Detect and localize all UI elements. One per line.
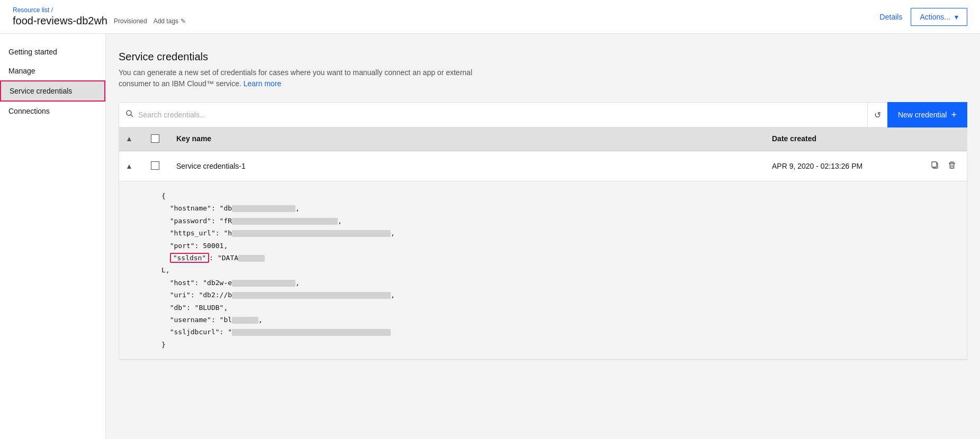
json-line: "uri": "db2://b , bbox=[161, 289, 954, 301]
expand-all-button[interactable]: ▲ bbox=[125, 134, 133, 143]
blurred-value bbox=[232, 218, 338, 225]
sidebar-item-manage[interactable]: Manage bbox=[0, 61, 105, 80]
svg-line-1 bbox=[131, 115, 133, 117]
search-container bbox=[119, 102, 867, 127]
table-row: ▲ Service credentials-1 APR 9, 2020 - 02… bbox=[119, 151, 967, 360]
svg-rect-3 bbox=[932, 162, 937, 167]
svg-point-0 bbox=[127, 111, 131, 115]
page-title: food-reviews-db2wh bbox=[13, 15, 107, 27]
sidebar-item-service-credentials[interactable]: Service credentials bbox=[0, 80, 105, 102]
json-line: } bbox=[161, 339, 954, 351]
copy-button[interactable] bbox=[929, 159, 941, 173]
trash-icon bbox=[948, 162, 956, 171]
row-expand-button[interactable]: ▲ bbox=[125, 162, 133, 170]
section-title: Service credentials bbox=[119, 51, 967, 63]
blurred-value bbox=[232, 292, 391, 299]
search-icon bbox=[125, 109, 134, 120]
header-actions bbox=[924, 134, 967, 144]
actions-button[interactable]: Actions... ▾ bbox=[911, 8, 967, 26]
edit-icon: ✎ bbox=[181, 17, 186, 25]
json-line: "port": 50001, bbox=[161, 240, 954, 252]
row-expand-cell: ▲ bbox=[119, 162, 145, 170]
json-line: "password": "fR , bbox=[161, 215, 954, 227]
delete-button[interactable] bbox=[946, 159, 958, 173]
add-tags-label: Add tags bbox=[154, 17, 178, 25]
blurred-value bbox=[232, 317, 258, 324]
plus-icon: + bbox=[951, 109, 957, 121]
chevron-down-icon: ▾ bbox=[955, 13, 958, 21]
top-bar: Resource list / food-reviews-db2wh Provi… bbox=[0, 0, 980, 34]
row-actions bbox=[924, 159, 967, 173]
json-line: "ssljdbcurl": " bbox=[161, 326, 954, 338]
header-date-created: Date created bbox=[766, 134, 924, 144]
json-line: { bbox=[161, 190, 954, 202]
credentials-table: ▲ Key name Date created ▲ S bbox=[119, 127, 967, 360]
blurred-value bbox=[238, 255, 265, 262]
main-content: Service credentials You can generate a n… bbox=[106, 34, 980, 439]
row-date-created: APR 9, 2020 - 02:13:26 PM bbox=[766, 162, 924, 170]
json-line: "ssldsn": "DATA bbox=[161, 252, 954, 264]
json-expanded-content: { "hostname": "db , "password": "fR , "h… bbox=[119, 181, 967, 359]
section-desc: You can generate a new set of credential… bbox=[119, 67, 489, 89]
row-checkbox[interactable] bbox=[151, 161, 159, 170]
ssldsn-highlighted-key: "ssldsn" bbox=[170, 253, 210, 263]
json-line: "db": "BLUDB", bbox=[161, 301, 954, 314]
layout: Getting started Manage Service credentia… bbox=[0, 34, 980, 439]
row-checkbox-cell bbox=[145, 161, 170, 171]
json-body: { "hostname": "db , "password": "fR , "h… bbox=[119, 181, 967, 359]
blurred-value bbox=[232, 329, 391, 336]
details-link[interactable]: Details bbox=[880, 13, 903, 21]
table-row-main: ▲ Service credentials-1 APR 9, 2020 - 02… bbox=[119, 151, 967, 181]
table-header: ▲ Key name Date created bbox=[119, 128, 967, 151]
sidebar: Getting started Manage Service credentia… bbox=[0, 34, 106, 439]
breadcrumb: Resource list / bbox=[13, 6, 186, 14]
select-all-checkbox[interactable] bbox=[151, 134, 159, 143]
blurred-value bbox=[232, 230, 391, 237]
json-line: "host": "db2w-e , bbox=[161, 277, 954, 289]
refresh-icon: ↺ bbox=[874, 110, 881, 120]
blurred-value bbox=[232, 205, 295, 212]
header-key-name: Key name bbox=[170, 134, 766, 144]
new-credential-label: New credential bbox=[898, 111, 947, 119]
breadcrumb-separator: / bbox=[51, 6, 53, 14]
header-expand: ▲ bbox=[119, 134, 145, 144]
page-title-row: food-reviews-db2wh Provisioned Add tags … bbox=[13, 15, 186, 27]
learn-more-link[interactable]: Learn more bbox=[244, 79, 282, 88]
header-checkbox bbox=[145, 134, 170, 144]
svg-rect-5 bbox=[950, 162, 954, 163]
new-credential-button[interactable]: New credential + bbox=[887, 102, 967, 127]
json-line: "hostname": "db , bbox=[161, 202, 954, 214]
json-line: L, bbox=[161, 264, 954, 276]
top-bar-left: Resource list / food-reviews-db2wh Provi… bbox=[13, 6, 186, 27]
breadcrumb-link[interactable]: Resource list bbox=[13, 6, 49, 14]
json-line: "https_url": "h , bbox=[161, 227, 954, 239]
refresh-button[interactable]: ↺ bbox=[867, 102, 887, 127]
actions-label: Actions... bbox=[920, 13, 950, 21]
sidebar-item-getting-started[interactable]: Getting started bbox=[0, 42, 105, 61]
add-tags-button[interactable]: Add tags ✎ bbox=[154, 17, 186, 25]
search-input[interactable] bbox=[138, 111, 861, 119]
blurred-value bbox=[232, 280, 295, 287]
row-key-name: Service credentials-1 bbox=[170, 162, 766, 170]
json-line: "username": "bl , bbox=[161, 314, 954, 326]
top-bar-right: Details Actions... ▾ bbox=[880, 8, 967, 26]
search-and-actions-row: ↺ New credential + bbox=[119, 102, 967, 127]
status-badge: Provisioned bbox=[114, 17, 147, 25]
copy-icon bbox=[931, 162, 939, 171]
sidebar-item-connections[interactable]: Connections bbox=[0, 102, 105, 121]
